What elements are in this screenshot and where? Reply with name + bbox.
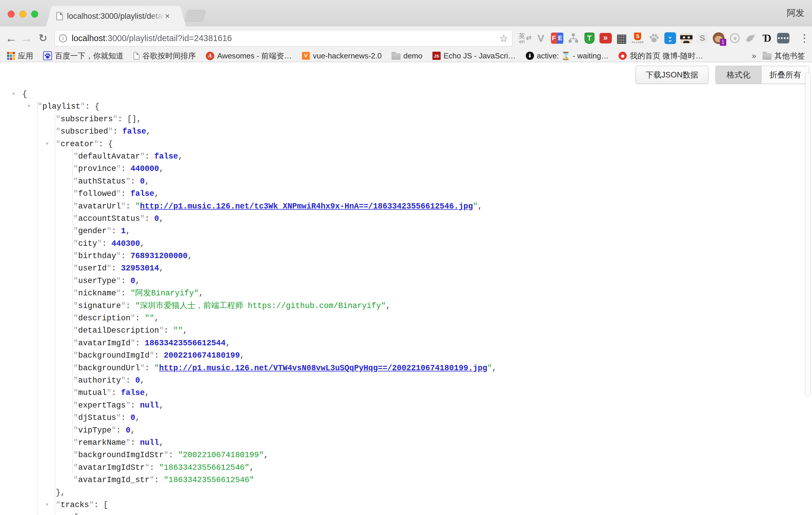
profile-name[interactable]: 阿发 [787,7,804,19]
new-tab-button[interactable] [185,10,206,22]
json-row: backgroundUrl: http://p1.music.126.net/V… [0,362,812,374]
json-number: 0 [140,177,145,186]
json-key: djStatus [74,413,121,422]
json-literal: null [140,438,159,447]
bookmark-star-icon[interactable]: ☆ [499,32,508,44]
json-punctuation: , [199,289,203,298]
vue-devtools-extension-icon[interactable]: V [533,31,549,46]
url-text[interactable]: localhost:3000/playlist/detail?id=243816… [71,33,232,43]
json-string: 18633423556612546 [159,463,250,472]
collapse-toggle-icon[interactable]: ▼ [46,138,49,150]
weibo-gray-extension-icon[interactable] [727,31,743,46]
json-punctuation: }, [56,488,65,497]
proxy-extension-icon[interactable] [565,31,581,46]
bookmark-demo-folder[interactable]: demo [392,51,423,60]
collapse-toggle-icon[interactable]: ▼ [46,499,49,511]
fast-forward-extension-icon[interactable]: » [598,31,613,46]
fe-extension-icon[interactable]: FE [549,31,565,46]
json-number: 2002210674180199 [164,351,240,360]
json-key: backgroundUrl [74,364,145,373]
json-key: tracks [56,500,94,509]
bookmark-weibo-home[interactable]: 我的首页 微博-随时… [618,51,703,61]
json-row: defaultAvatar: false, [0,150,812,163]
json-row: ▼tracks: [ [0,499,812,511]
json-key: nickname [74,289,121,298]
d-extension-icon[interactable]: Ɗ [759,31,775,46]
download-circle-icon: ⬇ [526,52,534,60]
json-punctuation: , [135,413,140,422]
extensions-row: 英en⇄ V FE T » ▦ 5PLAYER [517,26,791,50]
json-number: 0 [126,426,130,435]
download-json-button[interactable]: 下载JSON数据 [636,66,708,84]
json-row: ▼{ [0,88,812,101]
json-punctuation: , [146,127,151,136]
address-bar[interactable]: i localhost:3000/playlist/detail?id=2438… [55,30,513,47]
json-row: expertTags: null, [0,399,812,412]
collapse-all-button[interactable]: 折叠所有 [761,66,809,84]
mask-extension-icon[interactable] [678,31,694,46]
bookmark-baidu[interactable]: 百度一下，你就知道 [43,51,124,61]
json-string: 18633423556612546 [164,476,254,484]
collapse-toggle-icon[interactable]: ▼ [28,101,30,113]
paw-extension-icon[interactable] [646,31,662,46]
bookmark-apps[interactable]: 应用 [7,51,33,61]
s-extension-icon[interactable]: S [694,31,710,46]
json-punctuation: : [135,314,145,323]
json-punctuation: , [226,339,230,348]
site-info-icon[interactable]: i [59,34,67,42]
json-punctuation: : { [99,140,113,149]
collapse-toggle-icon[interactable]: ▼ [12,88,15,101]
json-literal: null [140,401,159,410]
json-punctuation: { [74,513,78,515]
json-row: gender: 1, [0,225,812,237]
json-row: avatarImgIdStr: 18633423556612546, [0,462,812,474]
json-punctuation: : [112,227,121,235]
tampermonkey-extension-icon[interactable]: 1 [710,31,727,46]
json-punctuation: : [145,364,154,373]
page-content: 下载JSON数据 格式化 折叠所有 ▼{▼playlist: {subscrib… [0,63,812,515]
download-manager-extension-icon[interactable]: ⌄⌄ [662,31,678,46]
json-row: ▼{ [0,511,812,515]
browser-tab[interactable]: localhost:3000/playlist/detail?i × [56,6,176,26]
qr-code-extension-icon[interactable]: ▦ [613,31,630,46]
shield-t-extension-icon[interactable]: T [581,31,598,46]
json-key: accountStatus [74,214,145,223]
json-key: gender [74,227,112,235]
bird-extension-icon[interactable] [743,31,759,46]
awesomes-icon: A [206,52,214,60]
json-key: authStatus [74,177,130,186]
back-button[interactable]: ← [4,26,18,50]
json-punctuation: , [178,152,182,161]
json-literal: false [154,152,178,161]
json-punctuation: : [ [94,500,108,509]
reload-button[interactable]: ↻ [36,26,50,50]
translate-extension-icon[interactable]: 英en⇄ [517,31,533,46]
bookmark-awesomes[interactable]: A Awesomes - 前端资… [206,51,292,61]
minimize-window-button[interactable] [19,10,26,18]
bookmark-google-sort[interactable]: 谷歌按时间排序 [134,51,196,61]
json-punctuation: : [121,190,130,198]
bookmarks-overflow-icon[interactable]: » [752,51,756,60]
collapse-toggle-icon[interactable]: ▼ [63,511,66,515]
close-window-button[interactable] [8,10,15,18]
tab-close-icon[interactable]: × [165,12,170,20]
json-punctuation: , [135,277,140,285]
format-button[interactable]: 格式化 [716,66,761,84]
bookmark-echo-js[interactable]: JS Echo JS - JavaScri… [432,51,516,60]
json-url-link[interactable]: http://p1.music.126.net/VTW4vsN08vwL3uSQ… [159,364,487,373]
json-key: vipType [74,426,116,435]
json-literal: false [122,127,146,136]
maximize-window-button[interactable] [31,10,38,18]
other-bookmarks[interactable]: 其他书签 [763,51,805,61]
json-punctuation: , [154,314,159,323]
json-url-link[interactable]: http://p1.music.126.net/tc3Wk_XNPmwiR4hx… [140,202,473,211]
chrome-menu-icon[interactable]: ⋮ [799,26,810,50]
json-punctuation: : [154,351,164,360]
html5-player-extension-icon[interactable]: 5PLAYER [630,31,646,46]
json-row: avatarUrl: http://p1.music.126.net/tc3Wk… [0,200,812,212]
more-tools-extension-icon[interactable] [775,31,791,46]
scrollbar-thumb[interactable] [805,72,811,396]
bookmark-vue-hackernews[interactable]: V vue-hackernews-2.0 [302,51,382,60]
bookmark-active-waiting[interactable]: ⬇ active: ⌛ - waiting… [526,51,609,60]
json-row: accountStatus: 0, [0,212,812,225]
